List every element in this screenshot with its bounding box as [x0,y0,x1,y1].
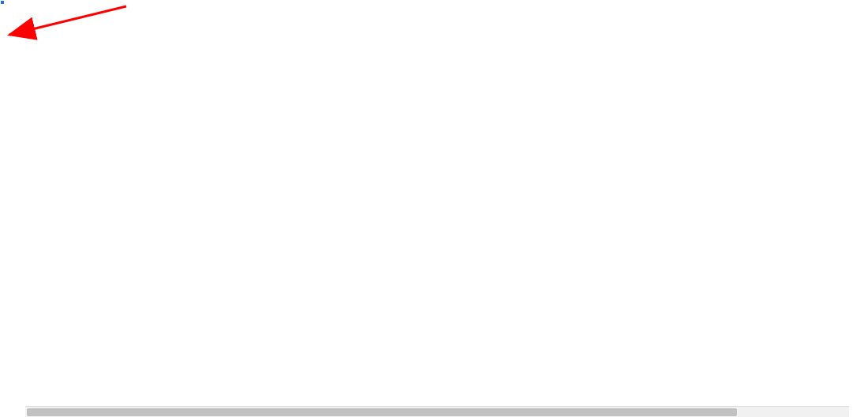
scrollbar-thumb[interactable] [27,408,737,416]
horizontal-scrollbar[interactable] [25,406,849,417]
svg-line-1 [9,6,126,35]
selection-fill-handle[interactable] [0,0,5,5]
cell-selection [0,0,3,3]
annotation-arrow [0,0,134,47]
